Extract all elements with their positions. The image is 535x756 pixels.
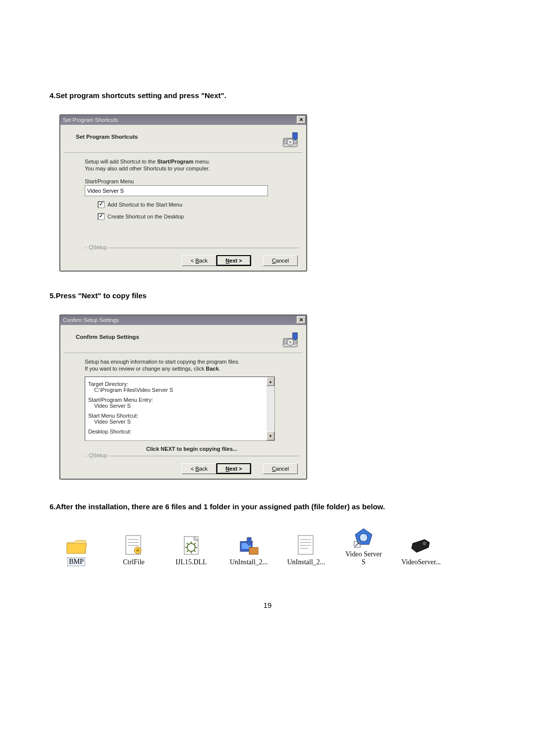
close-icon[interactable]: ✕ bbox=[297, 116, 306, 124]
list-label: Desktop Shortcut: bbox=[88, 429, 264, 434]
folder-icon bbox=[65, 537, 88, 555]
click-next-label: Click NEXT to begin copying files... bbox=[85, 446, 299, 452]
file-item-uninstall-exe[interactable]: UnInstall_2... bbox=[229, 534, 268, 566]
file-name: BMP bbox=[67, 557, 85, 566]
titlebar: Set Program Shortcuts ✕ bbox=[60, 115, 307, 125]
list-label: Start/Program Menu Entry: bbox=[88, 397, 264, 403]
close-icon[interactable]: ✕ bbox=[297, 316, 306, 324]
app-shortcut-icon bbox=[352, 527, 375, 548]
file-item-videoserver-exe[interactable]: VideoServer... bbox=[401, 534, 441, 566]
next-button[interactable]: Next > bbox=[216, 255, 251, 266]
back-button[interactable]: < Back bbox=[182, 255, 216, 266]
list-value: C:\Program Files\Video Server S bbox=[94, 387, 264, 393]
dialog-section-title: Set Program Shortcuts bbox=[76, 130, 138, 140]
installer-icon bbox=[281, 330, 301, 349]
settings-listbox: Target Directory: C:\Program Files\Video… bbox=[85, 377, 275, 441]
camera-icon bbox=[410, 537, 432, 556]
svg-point-3 bbox=[289, 141, 291, 143]
file-item-video-server-shortcut[interactable]: Video Server S bbox=[344, 526, 383, 566]
file-item-ctrlfile[interactable]: CtrlFile bbox=[114, 534, 154, 566]
step4-heading: 4.Set program shortcuts setting and pres… bbox=[50, 91, 485, 100]
body-line-1: Setup will add Shortcut to the Start/Pro… bbox=[85, 159, 299, 164]
qsetup-label: QSetup bbox=[87, 244, 109, 250]
body-line-2: You may also add other Shortcuts to your… bbox=[85, 165, 299, 171]
cancel-button[interactable]: Cancel bbox=[263, 255, 298, 266]
file-name: Video Server S bbox=[344, 550, 383, 566]
list-value: Video Server S bbox=[94, 403, 264, 409]
svg-point-24 bbox=[360, 534, 368, 541]
svg-rect-17 bbox=[249, 547, 258, 554]
file-item-dll[interactable]: IJL15.DLL bbox=[171, 534, 211, 566]
installer-icon bbox=[281, 130, 301, 149]
cancel-button[interactable]: Cancel bbox=[263, 463, 298, 474]
list-value: Video Server S bbox=[94, 419, 264, 425]
scroll-up-icon[interactable]: ▲ bbox=[267, 377, 274, 386]
file-name: CtrlFile bbox=[123, 558, 145, 566]
svg-marker-26 bbox=[412, 540, 429, 552]
scrollbar[interactable]: ▲ ▼ bbox=[267, 377, 274, 440]
checkbox-label: Add Shortcut to the Start Menu bbox=[107, 202, 182, 208]
program-menu-input[interactable] bbox=[85, 185, 268, 196]
checkbox-start-menu[interactable]: Add Shortcut to the Start Menu bbox=[98, 201, 299, 208]
next-button[interactable]: Next > bbox=[216, 463, 251, 474]
checkbox-icon[interactable] bbox=[98, 201, 105, 208]
file-name: UnInstall_2... bbox=[287, 558, 325, 566]
svg-rect-18 bbox=[298, 536, 313, 554]
file-name: VideoServer... bbox=[401, 558, 441, 566]
file-icons-row: BMP CtrlFile bbox=[56, 526, 485, 566]
back-button[interactable]: < Back bbox=[182, 463, 216, 474]
scroll-down-icon[interactable]: ▼ bbox=[267, 432, 274, 440]
config-file-icon bbox=[124, 535, 144, 556]
start-menu-label: Start/Program Menu bbox=[85, 178, 299, 184]
dialog-section-title: Confirm Setup Settings bbox=[76, 330, 139, 340]
file-item-uninstall-ini[interactable]: UnInstall_2... bbox=[286, 534, 326, 566]
ini-file-icon bbox=[296, 535, 316, 556]
list-label: Target Directory: bbox=[88, 381, 264, 387]
checkbox-desktop[interactable]: Create Shortcut on the Desktop bbox=[98, 213, 299, 220]
window-title: Set Program Shortcuts bbox=[63, 117, 118, 123]
svg-point-7 bbox=[289, 341, 291, 343]
titlebar: Confirm Setup Settings ✕ bbox=[60, 315, 307, 325]
qsetup-label: QSetup bbox=[87, 452, 109, 458]
uninstall-exe-icon bbox=[237, 535, 260, 556]
checkbox-label: Create Shortcut on the Desktop bbox=[107, 214, 184, 219]
dll-file-icon bbox=[181, 535, 201, 556]
step6-heading: 6.After the installation, there are 6 fi… bbox=[50, 502, 485, 511]
body-line-2: If you want to review or change any sett… bbox=[85, 366, 299, 372]
list-label: Start Menu Shortcut: bbox=[88, 413, 264, 419]
file-name: UnInstall_2... bbox=[230, 558, 268, 566]
window-title: Confirm Setup Settings bbox=[63, 317, 119, 323]
body-line-1: Setup has enough information to start co… bbox=[85, 359, 299, 365]
checkbox-icon[interactable] bbox=[98, 213, 105, 220]
dialog-set-program-shortcuts: Set Program Shortcuts ✕ Set Program Shor… bbox=[59, 114, 307, 271]
dialog-confirm-setup: Confirm Setup Settings ✕ Confirm Setup S… bbox=[59, 315, 307, 480]
page-number: 19 bbox=[50, 601, 485, 609]
file-name: IJL15.DLL bbox=[175, 558, 207, 566]
svg-point-27 bbox=[422, 541, 427, 546]
file-item-bmp-folder[interactable]: BMP bbox=[56, 533, 96, 566]
step5-heading: 5.Press "Next" to copy files bbox=[50, 291, 485, 300]
